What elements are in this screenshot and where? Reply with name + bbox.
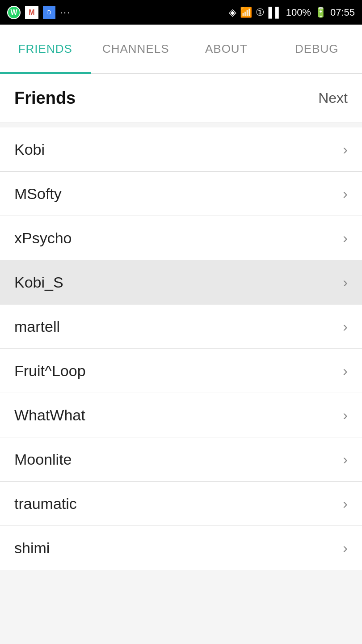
tab-debug[interactable]: DEBUG [272, 25, 362, 73]
sim-icon: ① [256, 7, 265, 18]
chevron-right-icon: › [343, 141, 348, 158]
whatsapp-icon: W [7, 6, 21, 19]
time-label: 07:55 [330, 7, 355, 18]
list-item[interactable]: traumatic › [0, 482, 362, 526]
more-icon: ··· [60, 7, 71, 18]
tab-about[interactable]: ABOUT [181, 25, 272, 73]
next-button[interactable]: Next [318, 90, 348, 106]
chevron-right-icon: › [343, 540, 348, 556]
wifi-icon: 📶 [240, 7, 252, 18]
chevron-right-icon: › [343, 451, 348, 468]
friends-list: Kobi › MSofty › xPsycho › Kobi_S › marte… [0, 127, 362, 570]
list-item[interactable]: Kobi › [0, 127, 362, 172]
status-bar: W M D ··· ◈ 📶 ① ▌▌ 100% 🔋 07:55 [0, 0, 362, 25]
status-bar-left: W M D ··· [7, 6, 71, 19]
battery-icon: 🔋 [315, 7, 327, 18]
list-item[interactable]: martell › [0, 305, 362, 349]
status-bar-right: ◈ 📶 ① ▌▌ 100% 🔋 07:55 [229, 7, 355, 18]
list-item[interactable]: Fruit^Loop › [0, 349, 362, 393]
chevron-right-icon: › [343, 230, 348, 246]
signal-icon: ▌▌ [268, 7, 282, 18]
gmail-icon: M [25, 6, 38, 19]
list-item[interactable]: shimi › [0, 526, 362, 570]
battery-label: 100% [286, 7, 311, 18]
page-title: Friends [14, 89, 76, 108]
list-item-highlighted[interactable]: Kobi_S › [0, 260, 362, 305]
location-icon: ◈ [229, 7, 236, 18]
list-item[interactable]: MSofty › [0, 172, 362, 216]
chevron-right-icon: › [343, 274, 348, 291]
page-header: Friends Next [0, 74, 362, 123]
chevron-right-icon: › [343, 318, 348, 335]
tab-bar: FRIENDS CHANNELS ABOUT DEBUG [0, 25, 362, 74]
chevron-right-icon: › [343, 186, 348, 202]
chevron-right-icon: › [343, 496, 348, 512]
list-item[interactable]: xPsycho › [0, 216, 362, 260]
tab-channels[interactable]: CHANNELS [91, 25, 181, 73]
list-item[interactable]: WhatWhat › [0, 393, 362, 437]
list-item[interactable]: Moonlite › [0, 437, 362, 482]
doc-icon: D [43, 6, 55, 19]
chevron-right-icon: › [343, 363, 348, 379]
tab-friends[interactable]: FRIENDS [0, 25, 91, 73]
chevron-right-icon: › [343, 407, 348, 424]
